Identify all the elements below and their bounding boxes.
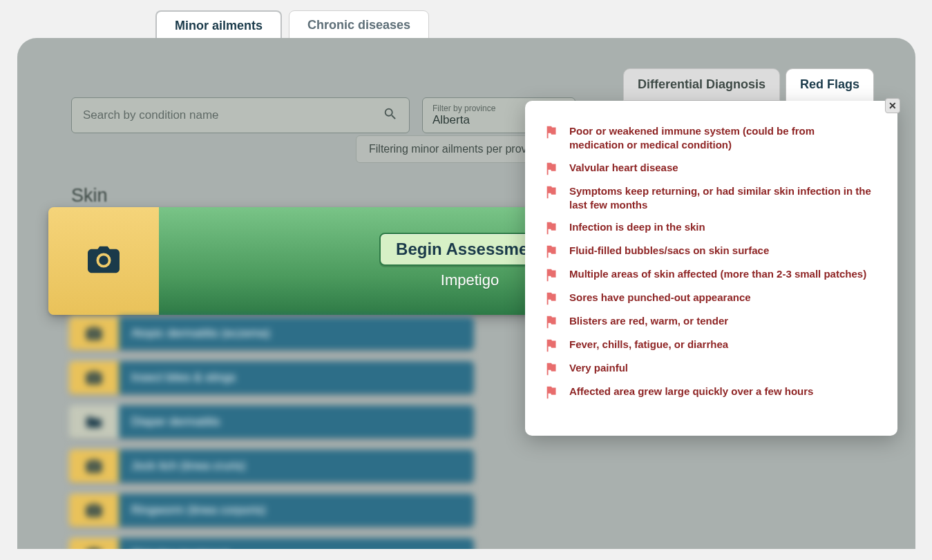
redflag-item: Sores have punched-out appearance [544,291,871,306]
flag-icon [544,244,560,259]
camera-icon [69,450,119,483]
list-item[interactable]: Diaper dermatitis [69,405,474,438]
list-item[interactable]: Insect bites & stings [69,361,474,394]
condition-name: Atopic dermatitis (eczema) [119,317,474,350]
condition-name: Diaper dermatitis [119,405,474,438]
tab-chronic-diseases[interactable]: Chronic diseases [289,10,429,40]
redflag-text: Fluid-filled bubbles/sacs on skin surfac… [569,244,871,258]
flag-icon [544,385,560,400]
redflags-list[interactable]: Poor or weakened immune system (could be… [544,124,878,401]
redflag-text: Fever, chills, fatigue, or diarrhea [569,338,871,351]
condition-name: Insect bites & stings [119,361,474,394]
redflag-text: Multiple areas of skin affected (more th… [569,267,871,281]
filter-note-chip: Filtering minor ailments per provin [356,135,549,163]
redflag-item: Poor or weakened immune system (could be… [544,124,871,153]
popover-tab-redflags[interactable]: Red Flags [786,68,874,101]
flag-icon [544,267,560,282]
redflag-text: Affected area grew large quickly over a … [569,385,871,398]
main-tabs: Minor ailments Chronic diseases [155,10,429,40]
condition-name: Shingles treatment [119,538,474,549]
flag-icon [544,338,560,353]
expanded-card-photo-button[interactable] [48,207,159,315]
redflag-item: Multiple areas of skin affected (more th… [544,267,871,282]
tab-minor-ailments[interactable]: Minor ailments [155,10,282,40]
search-input-wrapper[interactable]: Search by condition name [71,97,410,133]
list-item[interactable]: Shingles treatment [69,538,474,549]
list-item[interactable]: Jock itch (tinea cruris) [69,450,474,483]
redflag-item: Fever, chills, fatigue, or diarrhea [544,338,871,353]
section-heading-skin: Skin [71,185,108,206]
search-placeholder: Search by condition name [83,108,219,122]
condition-name: Jock itch (tinea cruris) [119,450,474,483]
redflag-item: Affected area grew large quickly over a … [544,385,871,400]
redflag-text: Infection is deep in the skin [569,220,871,234]
flag-icon [544,291,560,306]
camera-icon [69,361,119,394]
redflag-text: Valvular heart disease [569,161,871,175]
flag-icon [544,124,560,139]
folder-icon [69,405,119,438]
redflag-item: Valvular heart disease [544,161,871,176]
expanded-condition-name: Impetigo [441,271,499,289]
flag-icon [544,184,560,200]
redflag-item: Symptoms keep returning, or had similar … [544,184,871,213]
flag-icon [544,361,560,376]
popover-tab-differential[interactable]: Differential Diagnosis [623,68,780,101]
conditions-list: Atopic dermatitis (eczema)Insect bites &… [69,317,474,549]
condition-popover: Differential Diagnosis Red Flags ✕ Poor … [615,68,905,436]
redflag-text: Very painful [569,361,871,375]
redflag-text: Sores have punched-out appearance [569,291,871,305]
camera-icon [69,538,119,549]
camera-icon [69,494,119,527]
camera-icon [69,317,119,350]
search-icon [383,106,398,124]
redflag-text: Symptoms keep returning, or had similar … [569,184,871,213]
redflag-item: Infection is deep in the skin [544,220,871,235]
list-item[interactable]: Ringworm (tinea corporis) [69,494,474,527]
flag-icon [544,314,560,329]
redflag-item: Very painful [544,361,871,376]
redflag-text: Poor or weakened immune system (could be… [569,124,871,153]
redflag-text: Blisters are red, warm, or tender [569,314,871,328]
flag-icon [544,220,560,235]
camera-icon [88,246,120,276]
condition-name: Ringworm (tinea corporis) [119,494,474,527]
list-item[interactable]: Atopic dermatitis (eczema) [69,317,474,350]
redflag-item: Fluid-filled bubbles/sacs on skin surfac… [544,244,871,259]
main-panel: Search by condition name Filter by provi… [17,38,915,549]
popover-close-button[interactable]: ✕ [885,98,900,113]
flag-icon [544,161,560,176]
redflag-item: Blisters are red, warm, or tender [544,314,871,329]
